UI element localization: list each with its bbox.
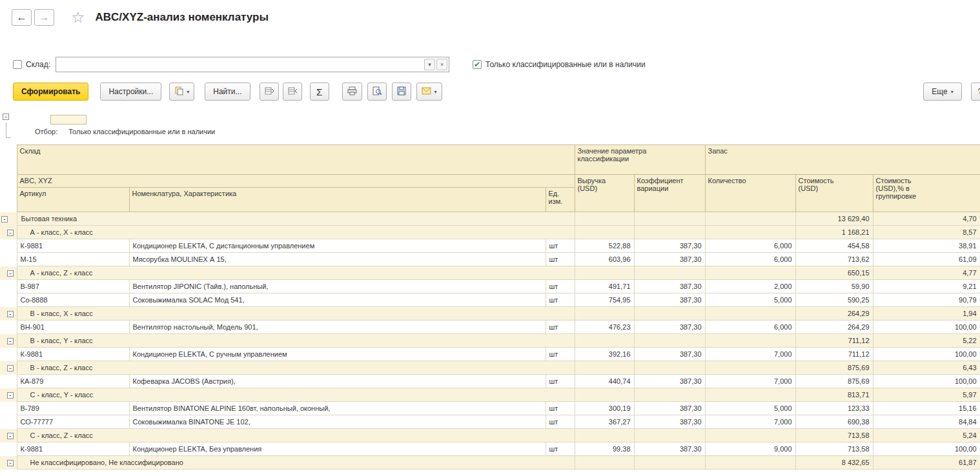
quantity-cell[interactable] (705, 361, 795, 375)
quantity-cell[interactable]: 5,000 (705, 293, 795, 307)
warehouse-clear-button[interactable]: × (436, 59, 447, 70)
revenue-cell[interactable]: 476,23 (575, 321, 634, 334)
variation-cell[interactable] (634, 429, 705, 442)
revenue-cell[interactable]: 491,71 (575, 280, 634, 293)
artikul-cell[interactable]: ВН-901 (17, 321, 129, 334)
variation-cell[interactable] (634, 361, 705, 375)
help-button[interactable]: ? (971, 83, 980, 101)
collapse-group-icon[interactable]: - (1, 216, 8, 223)
cost-cell[interactable]: 590,25 (795, 293, 873, 307)
nomenclature-cell[interactable]: Вентилятор JIPONIC (Тайв.), напольный, (129, 280, 546, 293)
collapse-group-icon[interactable]: - (7, 230, 14, 236)
sum-button[interactable]: Σ (310, 83, 329, 101)
variation-cell[interactable]: 387,30 (634, 239, 705, 253)
collapse-group-icon[interactable]: - (7, 392, 14, 399)
cost-cell[interactable]: 59,90 (795, 280, 873, 293)
nomenclature-cell[interactable]: Соковыжималка BINATONE JE 102, (129, 415, 546, 429)
cost-cell[interactable]: 713,62 (795, 253, 873, 266)
warehouse-checkbox[interactable] (13, 60, 22, 69)
unit-cell[interactable]: шт (546, 442, 575, 456)
revenue-cell[interactable]: 99,38 (575, 442, 634, 456)
revenue-cell[interactable] (575, 212, 634, 226)
revenue-cell[interactable]: 367,27 (575, 415, 634, 429)
revenue-cell[interactable] (575, 388, 634, 402)
nomenclature-cell[interactable]: Мясорубка MOULINEX А 15, (129, 253, 546, 266)
quantity-cell[interactable] (705, 456, 795, 470)
nomenclature-cell[interactable]: Кофеварка JACOBS (Австрия), (129, 375, 546, 388)
collapse-group-icon[interactable]: - (7, 365, 14, 372)
save-button[interactable] (392, 83, 411, 101)
group-title-cell[interactable]: С - класс, Z - класс (17, 429, 575, 442)
nomenclature-cell[interactable]: Вентилятор BINATONE ALPINE 160вт, наполь… (129, 402, 546, 415)
quantity-cell[interactable]: 9,000 (705, 442, 795, 456)
unit-cell[interactable]: шт (546, 253, 575, 266)
quantity-cell[interactable] (705, 429, 795, 442)
forward-button[interactable]: → (34, 9, 54, 26)
artikul-cell[interactable]: К-9881 (17, 348, 129, 361)
artikul-cell[interactable]: Со-8888 (17, 293, 129, 307)
collapse-group-icon[interactable]: - (7, 311, 14, 317)
cost-cell[interactable]: 713,58 (795, 429, 873, 442)
artikul-cell[interactable]: М-15 (17, 253, 129, 266)
variation-cell[interactable]: 387,30 (634, 321, 705, 334)
cost-pct-cell[interactable]: 100,00 (873, 321, 980, 334)
generate-button[interactable]: Сформировать (13, 83, 88, 101)
settings-button[interactable]: Настройки... (100, 83, 161, 101)
unit-cell[interactable]: шт (546, 375, 575, 388)
more-button[interactable]: Еще ▾ (923, 83, 962, 101)
revenue-cell[interactable]: 392,16 (575, 348, 634, 361)
unit-cell[interactable]: шт (546, 280, 575, 293)
artikul-cell[interactable]: В-789 (17, 402, 129, 415)
group-title-cell[interactable]: Не классифицировано, Не классифицировано (17, 456, 575, 470)
back-button[interactable]: ← (12, 9, 32, 26)
quantity-cell[interactable] (705, 307, 795, 321)
quantity-cell[interactable]: 6,000 (705, 253, 795, 266)
unit-cell[interactable]: шт (546, 239, 575, 253)
favorite-star-icon[interactable]: ☆ (71, 9, 85, 26)
variation-cell[interactable] (634, 266, 705, 280)
quantity-cell[interactable]: 5,000 (705, 402, 795, 415)
quantity-cell[interactable] (705, 388, 795, 402)
group-title-cell[interactable]: С - класс, Y - класс (17, 388, 575, 402)
revenue-cell[interactable] (575, 334, 634, 348)
cost-pct-cell[interactable]: 100,00 (873, 375, 980, 388)
group-title-cell[interactable]: Бытовая техника (17, 212, 575, 226)
collapse-group-icon[interactable]: - (7, 460, 14, 466)
quantity-cell[interactable] (705, 334, 795, 348)
revenue-cell[interactable]: 754,95 (575, 293, 634, 307)
cost-pct-cell[interactable]: 6,43 (873, 361, 980, 375)
quantity-cell[interactable]: 7,000 (705, 375, 795, 388)
preview-button[interactable] (367, 83, 387, 101)
report-corner-cell[interactable] (50, 115, 87, 124)
cost-cell[interactable]: 13 629,40 (795, 212, 873, 226)
nomenclature-cell[interactable]: Кондиционер ELEKTA, Без управления (129, 442, 546, 456)
unit-cell[interactable]: шт (546, 321, 575, 334)
variation-cell[interactable] (634, 456, 705, 470)
collapse-group-icon[interactable]: - (7, 270, 14, 277)
variation-cell[interactable]: 387,30 (634, 415, 705, 429)
group-title-cell[interactable]: В - класс, Z - класс (17, 361, 575, 375)
artikul-cell[interactable]: В-987 (17, 280, 129, 293)
variation-cell[interactable] (634, 334, 705, 348)
print-button[interactable] (342, 83, 362, 101)
cost-cell[interactable]: 264,29 (795, 321, 873, 334)
unit-cell[interactable]: шт (546, 415, 575, 429)
quantity-cell[interactable] (705, 212, 795, 226)
cost-pct-cell[interactable]: 100,00 (873, 348, 980, 361)
quantity-cell[interactable]: 7,000 (705, 415, 795, 429)
variation-cell[interactable]: 387,30 (634, 348, 705, 361)
artikul-cell[interactable]: СО-77777 (17, 415, 129, 429)
variation-cell[interactable]: 387,30 (634, 375, 705, 388)
cost-pct-cell[interactable]: 38,91 (873, 239, 980, 253)
find-button[interactable]: Найти... (205, 83, 250, 101)
unit-cell[interactable]: шт (546, 348, 575, 361)
cost-cell[interactable]: 875,69 (795, 361, 873, 375)
group-title-cell[interactable]: В - класс, Х - класс (17, 307, 575, 321)
variation-cell[interactable] (634, 226, 705, 239)
variation-cell[interactable]: 387,30 (634, 402, 705, 415)
revenue-cell[interactable] (575, 307, 634, 321)
report-root-collapse-icon[interactable]: - (3, 114, 9, 120)
revenue-cell[interactable]: 522,88 (575, 239, 634, 253)
cost-cell[interactable]: 690,38 (795, 415, 873, 429)
warehouse-dropdown-button[interactable]: ▾ (424, 59, 435, 70)
